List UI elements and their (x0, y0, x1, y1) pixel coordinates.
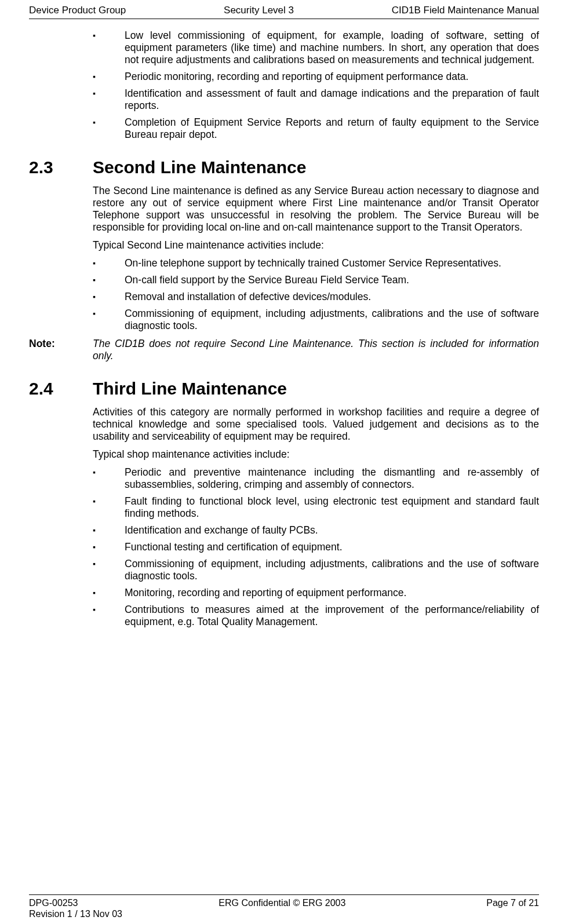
section-2-4-heading: 2.4 Third Line Maintenance (29, 378, 539, 399)
paragraph: Typical Second Line maintenance activiti… (93, 239, 539, 251)
header-center: Security Level 3 (224, 5, 294, 16)
footer-confidential: ERG Confidential © ERG 2003 (219, 897, 345, 908)
list-item: On-line telephone support by technically… (93, 257, 539, 269)
list-item: Identification and assessment of fault a… (93, 87, 539, 112)
section-title: Second Line Maintenance (93, 157, 306, 178)
top-bullet-list: Low level commissioning of equipment, fo… (93, 30, 539, 141)
paragraph: Typical shop maintenance activities incl… (93, 448, 539, 461)
list-item: Low level commissioning of equipment, fo… (93, 30, 539, 66)
list-item: Fault finding to functional block level,… (93, 495, 539, 520)
list-item: Completion of Equipment Service Reports … (93, 116, 539, 141)
list-item: Periodic monitoring, recording and repor… (93, 71, 539, 83)
sec24-bullet-list: Periodic and preventive maintenance incl… (93, 466, 539, 628)
paragraph: Activities of this category are normally… (93, 406, 539, 443)
section-title: Third Line Maintenance (93, 378, 287, 399)
top-bullets-block: Low level commissioning of equipment, fo… (29, 30, 539, 141)
header-right: CID1B Field Maintenance Manual (392, 5, 539, 16)
list-item: Periodic and preventive maintenance incl… (93, 466, 539, 491)
list-item: Monitoring, recording and reporting of e… (93, 587, 539, 599)
header-left: Device Product Group (29, 5, 126, 16)
list-item: Functional testing and certification of … (93, 541, 539, 553)
section-2-3-body: The Second Line maintenance is defined a… (29, 185, 539, 332)
list-item: Contributions to measures aimed at the i… (93, 604, 539, 628)
list-item: Commissioning of equipment, including ad… (93, 558, 539, 582)
page-footer: DPG-00253 ERG Confidential © ERG 2003 Pa… (29, 894, 539, 919)
list-item: Identification and exchange of faulty PC… (93, 524, 539, 536)
list-item: Commissioning of equipment, including ad… (93, 308, 539, 332)
list-item: Removal and installation of defective de… (93, 291, 539, 303)
note-label: Note: (29, 338, 93, 362)
note-text: The CID1B does not require Second Line M… (93, 338, 539, 362)
section-number: 2.3 (29, 157, 93, 178)
page-header: Device Product Group Security Level 3 CI… (29, 0, 539, 19)
footer-revision: Revision 1 / 13 Nov 03 (29, 908, 122, 919)
section-2-4-body: Activities of this category are normally… (29, 406, 539, 628)
section-2-3-heading: 2.3 Second Line Maintenance (29, 157, 539, 178)
paragraph: The Second Line maintenance is defined a… (93, 185, 539, 233)
section-number: 2.4 (29, 378, 93, 399)
list-item: On-call field support by the Service Bur… (93, 274, 539, 286)
note-block: Note: The CID1B does not require Second … (29, 338, 539, 362)
footer-doc-id: DPG-00253 (29, 897, 78, 908)
sec23-bullet-list: On-line telephone support by technically… (93, 257, 539, 332)
footer-page-number: Page 7 of 21 (486, 897, 539, 908)
